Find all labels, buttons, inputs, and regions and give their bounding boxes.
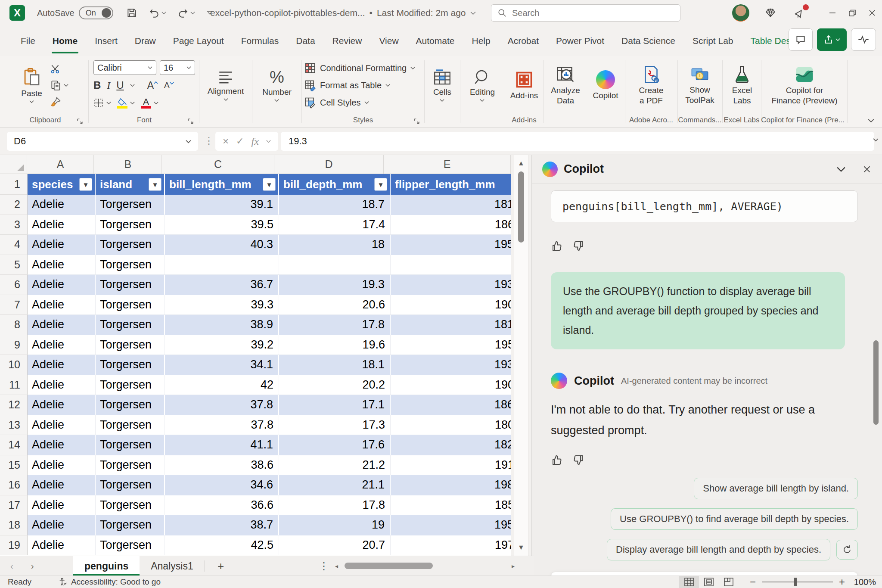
ribbon-tab-page-layout[interactable]: Page Layout (165, 26, 233, 56)
cell[interactable]: 34.1 (165, 355, 279, 375)
cell[interactable]: Torgersen (96, 295, 165, 315)
ribbon-tab-formulas[interactable]: Formulas (233, 26, 288, 56)
cell[interactable]: 21.2 (279, 455, 391, 476)
cell[interactable]: 17.8 (279, 495, 391, 516)
row-header[interactable]: 5 (0, 255, 28, 275)
cell[interactable] (165, 255, 279, 275)
zoom-slider-track[interactable] (762, 582, 833, 582)
cell[interactable]: Adelie (28, 335, 96, 355)
expand-formula-bar-chevron[interactable] (873, 138, 879, 142)
page-layout-view-button[interactable] (699, 576, 719, 588)
cell[interactable]: 38.7 (165, 515, 279, 535)
cell[interactable]: 190 (391, 295, 511, 315)
row-header[interactable]: 18 (0, 515, 28, 535)
hscroll-right-arrow[interactable]: ▸ (512, 563, 515, 569)
cell[interactable]: Adelie (28, 515, 96, 535)
gem-icon[interactable] (765, 7, 776, 19)
row-header[interactable]: 11 (0, 375, 28, 395)
cell[interactable]: 42 (165, 375, 279, 395)
cell[interactable]: Torgersen (96, 395, 165, 415)
cell[interactable]: Adelie (28, 215, 96, 235)
ribbon-tab-data[interactable]: Data (287, 26, 323, 56)
cell[interactable]: Adelie (28, 495, 96, 516)
cell[interactable]: 195 (391, 235, 511, 255)
select-all-corner[interactable] (0, 155, 27, 174)
autosave-control[interactable]: AutoSave On (37, 6, 113, 19)
underline-button[interactable]: U (116, 79, 124, 91)
row-header[interactable]: 17 (0, 495, 28, 516)
styles-dialog-launcher[interactable] (413, 118, 420, 124)
scroll-down-arrow[interactable]: ▼ (518, 544, 525, 551)
thumbs-down-icon[interactable] (571, 454, 584, 467)
megaphone-icon[interactable] (793, 7, 805, 19)
cell[interactable]: 20.7 (279, 535, 391, 556)
cell[interactable]: Torgersen (96, 415, 165, 436)
create-pdf-button[interactable]: Createa PDF (639, 65, 663, 106)
ribbon-tab-help[interactable]: Help (463, 26, 499, 56)
row-header[interactable]: 2 (0, 195, 28, 215)
row-header[interactable]: 7 (0, 295, 28, 315)
hscroll-left-arrow[interactable]: ◂ (335, 563, 338, 569)
cell[interactable]: 40.3 (165, 235, 279, 255)
zoom-out-button[interactable]: − (750, 576, 756, 588)
cell[interactable]: 17.3 (279, 415, 391, 436)
row-header[interactable]: 8 (0, 315, 28, 335)
font-dialog-launcher[interactable] (187, 118, 194, 124)
cell[interactable]: 185 (391, 495, 511, 516)
clipboard-dialog-launcher[interactable] (77, 118, 83, 124)
row-header[interactable]: 14 (0, 435, 28, 455)
cell[interactable]: Adelie (28, 415, 96, 436)
cell[interactable]: 36.6 (165, 495, 279, 516)
cell[interactable]: 193 (391, 355, 511, 375)
cell[interactable]: 18.1 (279, 355, 391, 375)
cell[interactable]: Adelie (28, 355, 96, 375)
cell[interactable] (279, 255, 391, 275)
collapse-panel-chevron[interactable] (836, 166, 846, 172)
row-header[interactable]: 19 (0, 535, 28, 556)
cell[interactable]: Adelie (28, 475, 96, 495)
cell[interactable]: Adelie (28, 395, 96, 415)
ribbon-tab-view[interactable]: View (370, 26, 407, 56)
cell[interactable]: Adelie (28, 435, 96, 455)
ribbon-tab-file[interactable]: File (12, 26, 44, 56)
cell[interactable]: Torgersen (96, 355, 165, 375)
cell[interactable]: Adelie (28, 195, 96, 215)
ribbon-tab-draw[interactable]: Draw (126, 26, 165, 56)
thumbs-down-icon[interactable] (571, 240, 584, 252)
copilot-ribbon-button[interactable]: Copilot (593, 70, 618, 101)
row-header[interactable]: 4 (0, 235, 28, 255)
normal-view-button[interactable] (679, 576, 699, 588)
table-column-header[interactable]: species▾ (28, 174, 96, 195)
save-icon[interactable] (126, 7, 137, 19)
sheet-tab-penguins[interactable]: penguins (73, 556, 140, 576)
alignment-button[interactable]: Alignment (208, 69, 244, 101)
column-header-d[interactable]: D (274, 155, 384, 174)
cell[interactable]: 18.7 (279, 195, 391, 215)
cell[interactable]: 186 (391, 215, 511, 235)
close-button[interactable] (862, 0, 882, 26)
name-box[interactable]: D6 (7, 132, 198, 151)
activity-button[interactable] (851, 28, 876, 51)
increase-font-button[interactable]: A (147, 80, 158, 91)
ribbon-tab-home[interactable]: Home (44, 26, 86, 56)
borders-button[interactable] (93, 98, 111, 108)
addins-button[interactable]: Add-ins (510, 70, 538, 101)
font-name-select[interactable]: Calibri (93, 60, 156, 75)
cell[interactable]: 19.3 (279, 275, 391, 295)
analyze-data-button[interactable]: AnalyzeData (551, 65, 580, 106)
cell[interactable]: 37.8 (165, 415, 279, 436)
filter-dropdown-icon[interactable]: ▾ (374, 178, 387, 191)
excel-labs-button[interactable]: ExcelLabs (732, 65, 752, 106)
filter-dropdown-icon[interactable]: ▾ (149, 178, 161, 191)
cell[interactable]: 36.7 (165, 275, 279, 295)
column-header-b[interactable]: B (94, 155, 162, 174)
document-title-group[interactable]: excel-python-copilot-pivottables-dem... … (210, 0, 476, 26)
row-header[interactable]: 15 (0, 455, 28, 476)
paste-button[interactable]: Paste (21, 67, 42, 103)
column-header-e[interactable]: E (384, 155, 511, 174)
cell[interactable]: Torgersen (96, 435, 165, 455)
cell[interactable]: 195 (391, 515, 511, 535)
close-panel-icon[interactable] (862, 165, 872, 174)
comments-button[interactable] (789, 28, 813, 51)
cell[interactable]: 39.5 (165, 215, 279, 235)
